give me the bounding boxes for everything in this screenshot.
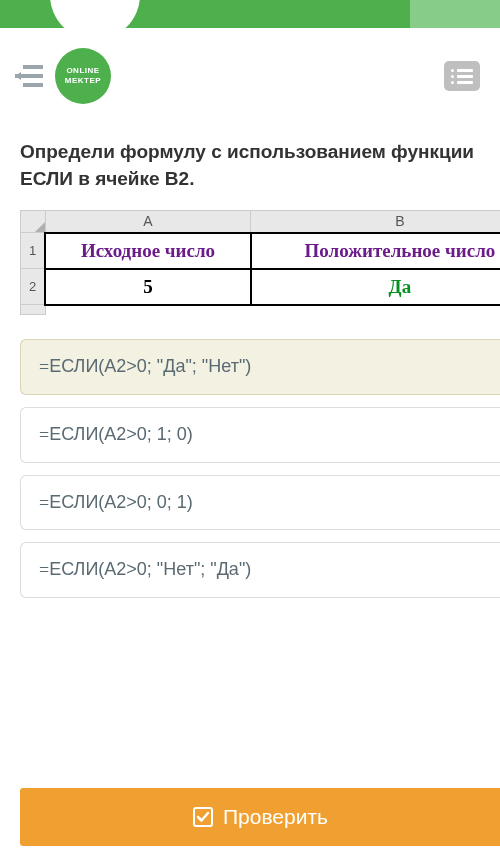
answer-options: =ЕСЛИ(A2>0; "Да"; "Нет")=ЕСЛИ(A2>0; 1; 0… xyxy=(20,339,480,598)
row-header-empty xyxy=(21,305,46,315)
question-text: Определи формулу с использованием функци… xyxy=(20,139,480,192)
equals-sign: = xyxy=(39,560,49,580)
menu-icon[interactable] xyxy=(15,65,43,87)
check-button[interactable]: Проверить xyxy=(20,788,500,846)
answer-option-2[interactable]: =ЕСЛИ(A2>0; 1; 0) xyxy=(20,407,500,463)
logo-text-1: ONLINE xyxy=(66,66,99,76)
option-text: ЕСЛИ(A2>0; 0; 1) xyxy=(49,492,193,512)
content: Определи формулу с использованием функци… xyxy=(0,114,500,598)
option-text: ЕСЛИ(A2>0; 1; 0) xyxy=(49,424,193,444)
list-icon xyxy=(451,75,473,78)
header: ONLINE MEKTEP xyxy=(0,28,500,114)
col-header-a: A xyxy=(45,211,251,233)
equals-sign: = xyxy=(39,492,49,512)
equals-sign: = xyxy=(39,357,49,377)
check-icon xyxy=(193,807,213,827)
svg-rect-0 xyxy=(23,65,43,69)
list-button[interactable] xyxy=(444,61,480,91)
top-bar xyxy=(0,0,500,28)
answer-option-4[interactable]: =ЕСЛИ(A2>0; "Нет"; "Да") xyxy=(20,542,500,598)
row-header-1: 1 xyxy=(21,233,46,269)
logo-text-2: MEKTEP xyxy=(65,76,101,86)
option-text: ЕСЛИ(A2>0; "Нет"; "Да") xyxy=(49,559,251,579)
option-text: ЕСЛИ(A2>0; "Да"; "Нет") xyxy=(49,356,251,376)
empty-cell xyxy=(45,305,251,315)
equals-sign: = xyxy=(39,425,49,445)
answer-option-3[interactable]: =ЕСЛИ(A2>0; 0; 1) xyxy=(20,475,500,531)
cell-a1: Исходное число xyxy=(45,233,251,269)
cell-b2: Да xyxy=(251,269,500,305)
empty-cell xyxy=(251,305,500,315)
svg-rect-2 xyxy=(23,83,43,87)
logo[interactable]: ONLINE MEKTEP xyxy=(55,48,111,104)
col-header-b: B xyxy=(251,211,500,233)
check-button-label: Проверить xyxy=(223,805,328,829)
cell-a2: 5 xyxy=(45,269,251,305)
row-header-2: 2 xyxy=(21,269,46,305)
list-icon xyxy=(451,69,473,72)
excel-table: A B 1 Исходное число Положительное число… xyxy=(20,210,500,315)
svg-marker-4 xyxy=(15,72,21,80)
list-icon xyxy=(451,81,473,84)
answer-option-1[interactable]: =ЕСЛИ(A2>0; "Да"; "Нет") xyxy=(20,339,500,395)
cell-b1: Положительное число xyxy=(251,233,500,269)
select-all-corner xyxy=(21,211,46,233)
top-right-block xyxy=(410,0,500,28)
